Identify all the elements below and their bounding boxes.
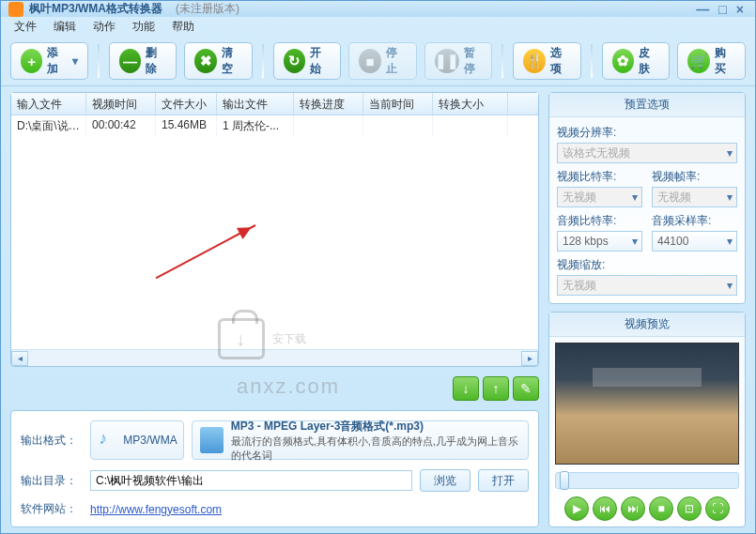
tools-icon: 🍴 xyxy=(523,49,546,73)
vzoom-label: 视频缩放: xyxy=(557,257,737,273)
snapshot-button[interactable]: ⊡ xyxy=(677,496,702,521)
abit-select[interactable]: 128 kbps xyxy=(557,231,642,252)
move-down-button[interactable]: ↓ xyxy=(453,376,479,401)
col-progress[interactable]: 转换进度 xyxy=(294,93,363,114)
toolbar: +添加▾ —删除 ✖清空 ↻开始 ■停止 ❚❚暂停 🍴选项 ✿皮肤 🛒购买 xyxy=(1,37,755,86)
menu-edit[interactable]: 编辑 xyxy=(46,17,84,37)
outdir-label: 输出目录： xyxy=(21,473,83,489)
format-description: MP3 - MPEG Layer-3音频格式(*.mp3) 最流行的音频格式,具… xyxy=(192,420,529,460)
col-outsize[interactable]: 转换大小 xyxy=(433,93,508,114)
vfps-select[interactable]: 无视频 xyxy=(652,187,737,207)
format-selector[interactable]: MP3/WMA xyxy=(90,420,184,460)
menu-help[interactable]: 帮助 xyxy=(164,17,202,37)
minus-icon: — xyxy=(119,49,142,73)
start-button[interactable]: ↻开始 xyxy=(273,42,342,80)
add-button[interactable]: +添加▾ xyxy=(10,42,88,80)
pause-button[interactable]: ❚❚暂停 xyxy=(424,42,493,80)
chevron-down-icon: ▾ xyxy=(72,54,78,68)
col-time[interactable]: 当前时间 xyxy=(363,93,433,114)
fullscreen-button[interactable]: ⛶ xyxy=(705,496,730,521)
preset-panel: 预置选项 视频分辨率:该格式无视频 视频比特率:无视频 视频帧率:无视频 音频比… xyxy=(548,92,746,304)
play-button[interactable]: ▶ xyxy=(564,496,589,521)
file-grid: 输入文件 视频时间 文件大小 输出文件 转换进度 当前时间 转换大小 D:\桌面… xyxy=(10,92,539,367)
preview-video[interactable] xyxy=(555,343,739,465)
apple-icon: ✿ xyxy=(612,49,635,73)
edit-button[interactable]: ✎ xyxy=(513,376,539,401)
pause-icon: ❚❚ xyxy=(435,49,459,73)
vzoom-select[interactable]: 无视频 xyxy=(557,275,737,296)
cart-icon: 🛒 xyxy=(687,49,710,73)
title-bar: 枫叶MP3/WMA格式转换器 (未注册版本) — □ × xyxy=(1,1,755,17)
buy-button[interactable]: 🛒购买 xyxy=(677,42,746,80)
clear-icon: ✖ xyxy=(194,49,217,73)
app-logo-icon xyxy=(8,2,23,17)
col-input[interactable]: 输入文件 xyxy=(11,93,86,114)
clear-button[interactable]: ✖清空 xyxy=(184,42,253,80)
outdir-input[interactable] xyxy=(90,470,412,491)
app-title: 枫叶MP3/WMA格式转换器 xyxy=(29,1,162,17)
table-row[interactable]: D:\桌面\说明... 00:00:42 15.46MB 1 周杰伦-... xyxy=(11,115,538,136)
menu-action[interactable]: 动作 xyxy=(85,17,123,37)
vbit-select[interactable]: 无视频 xyxy=(557,187,642,207)
col-size[interactable]: 文件大小 xyxy=(156,93,217,114)
menu-function[interactable]: 功能 xyxy=(125,17,162,37)
stop-preview-button[interactable]: ■ xyxy=(649,496,673,521)
output-panel: 输出格式： MP3/WMA MP3 - MPEG Layer-3音频格式(*.m… xyxy=(10,410,539,527)
website-label: 软件网站： xyxy=(21,501,83,517)
maximize-button[interactable]: □ xyxy=(718,2,726,17)
abit-label: 音频比特率: xyxy=(557,213,642,229)
col-output[interactable]: 输出文件 xyxy=(217,93,294,114)
format-label: 输出格式： xyxy=(21,433,83,449)
preview-panel: 视频预览 ▶ ⏮ ⏭ ■ ⊡ ⛶ xyxy=(548,312,746,527)
menu-file[interactable]: 文件 xyxy=(7,17,44,37)
h-scrollbar[interactable]: ◂ ▸ xyxy=(11,349,538,366)
scroll-right-icon[interactable]: ▸ xyxy=(521,351,538,366)
format-type-icon xyxy=(200,427,224,453)
app-subtitle: (未注册版本) xyxy=(176,1,239,17)
next-button[interactable]: ⏭ xyxy=(621,496,645,521)
col-duration[interactable]: 视频时间 xyxy=(86,93,156,114)
list-actions: ↓ ↑ ✎ xyxy=(10,374,539,403)
minimize-button[interactable]: — xyxy=(696,2,709,17)
vres-select[interactable]: 该格式无视频 xyxy=(557,143,737,163)
menu-bar: 文件 编辑 动作 功能 帮助 xyxy=(1,17,755,37)
scroll-left-icon[interactable]: ◂ xyxy=(11,351,28,366)
preset-title: 预置选项 xyxy=(549,93,745,117)
arate-label: 音频采样率: xyxy=(652,213,737,229)
vres-label: 视频分辨率: xyxy=(557,125,737,141)
delete-button[interactable]: —删除 xyxy=(109,42,177,80)
plus-icon: + xyxy=(21,49,42,73)
options-button[interactable]: 🍴选项 xyxy=(513,42,581,80)
grid-header: 输入文件 视频时间 文件大小 输出文件 转换进度 当前时间 转换大小 xyxy=(11,93,538,115)
move-up-button[interactable]: ↑ xyxy=(483,376,509,401)
website-link[interactable]: http://www.fengyesoft.com xyxy=(90,503,222,516)
preview-slider[interactable] xyxy=(555,472,739,489)
open-button[interactable]: 打开 xyxy=(478,469,529,492)
slider-thumb[interactable] xyxy=(560,471,569,490)
arate-select[interactable]: 44100 xyxy=(652,231,737,252)
vbit-label: 视频比特率: xyxy=(557,169,642,185)
stop-icon: ■ xyxy=(359,49,381,73)
prev-button[interactable]: ⏮ xyxy=(593,496,617,521)
skin-button[interactable]: ✿皮肤 xyxy=(602,42,671,80)
vfps-label: 视频帧率: xyxy=(652,169,737,185)
stop-button[interactable]: ■停止 xyxy=(348,42,417,80)
close-button[interactable]: × xyxy=(736,2,744,17)
refresh-icon: ↻ xyxy=(284,49,306,73)
browse-button[interactable]: 浏览 xyxy=(420,469,471,492)
preview-title: 视频预览 xyxy=(549,313,745,337)
music-note-icon xyxy=(97,429,119,451)
